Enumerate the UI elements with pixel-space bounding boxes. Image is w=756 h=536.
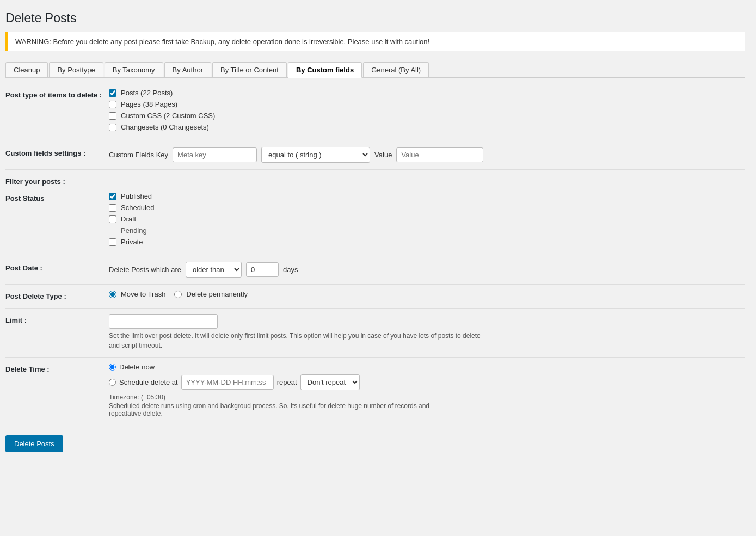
post-type-label: Post type of items to delete : — [5, 89, 109, 99]
post-date-row: Delete Posts which are older than newer … — [109, 262, 745, 278]
days-input[interactable] — [246, 262, 279, 277]
scheduled-hint: Scheduled delete runs using cron and bac… — [109, 402, 463, 417]
tab-by-author[interactable]: By Author — [164, 62, 211, 77]
checkbox-row-changesets: Changesets (0 Changesets) — [109, 123, 745, 131]
custom-fields-key-label: Custom Fields Key — [109, 151, 168, 159]
post-delete-type-section: Post Delete Type : Move to Trash Delete … — [5, 290, 745, 301]
pending-row: Pending — [109, 226, 745, 235]
label-private: Private — [121, 238, 143, 246]
post-delete-type-content: Move to Trash Delete permanently — [109, 290, 745, 301]
schedule-datetime-input[interactable] — [181, 375, 274, 390]
warning-box: WARNING: Before you delete any post plea… — [5, 32, 745, 51]
post-date-content: Delete Posts which are older than newer … — [109, 262, 745, 278]
label-changesets: Changesets (0 Changesets) — [121, 123, 209, 131]
delete-posts-button[interactable]: Delete Posts — [5, 435, 63, 452]
warning-text: WARNING: Before you delete any post plea… — [15, 38, 429, 46]
tab-by-custom-fields[interactable]: By Custom fields — [288, 62, 362, 78]
checkbox-row-posts: Posts (22 Posts) — [109, 89, 745, 97]
checkbox-row-private: Private — [109, 238, 745, 246]
limit-section: Limit : Set the limit over post delete. … — [5, 314, 745, 350]
limit-content: Set the limit over post delete. It will … — [109, 314, 745, 350]
tab-cleanup[interactable]: Cleanup — [5, 62, 48, 77]
delete-time-section: Delete Time : Delete now Schedule delete… — [5, 363, 745, 417]
schedule-delete-row: Schedule delete at repeat Don't repeat D… — [109, 374, 745, 390]
timezone-text: Timezone: (+05:30) — [109, 393, 745, 401]
page-title: Delete Posts — [5, 11, 745, 26]
tabs-container: Cleanup By Posttype By Taxonomy By Autho… — [5, 62, 745, 78]
repeat-select[interactable]: Don't repeat Daily Weekly Monthly — [300, 374, 360, 390]
post-status-section: Post Status Published Scheduled Draft Pe… — [5, 192, 745, 249]
label-posts: Posts (22 Posts) — [121, 89, 173, 97]
limit-input[interactable] — [109, 314, 218, 329]
label-schedule-delete: Schedule delete at — [119, 378, 178, 386]
value-label: Value — [374, 151, 392, 159]
checkbox-scheduled[interactable] — [109, 204, 116, 212]
post-status-label: Post Status — [5, 192, 109, 202]
custom-fields-content: Custom Fields Key equal to ( string ) no… — [109, 147, 745, 163]
days-suffix: days — [283, 266, 298, 274]
checkbox-row-custom-css: Custom CSS (2 Custom CSS) — [109, 112, 745, 120]
checkbox-row-scheduled: Scheduled — [109, 204, 745, 212]
repeat-label: repeat — [277, 378, 297, 386]
limit-label: Limit : — [5, 314, 109, 324]
checkbox-row-published: Published — [109, 192, 745, 200]
label-pages: Pages (38 Pages) — [121, 100, 177, 108]
label-custom-css: Custom CSS (2 Custom CSS) — [121, 112, 215, 120]
label-pending: Pending — [121, 226, 147, 235]
custom-fields-section: Custom fields settings : Custom Fields K… — [5, 147, 745, 163]
checkbox-private[interactable] — [109, 238, 116, 246]
checkbox-changesets[interactable] — [109, 124, 116, 131]
label-move-to-trash: Move to Trash — [121, 290, 165, 298]
post-date-prefix: Delete Posts which are — [109, 266, 181, 274]
label-scheduled: Scheduled — [121, 204, 154, 212]
radio-row-delete-permanently: Delete permanently — [174, 290, 248, 298]
checkbox-custom-css[interactable] — [109, 112, 116, 120]
radio-move-to-trash[interactable] — [109, 291, 116, 298]
checkbox-posts[interactable] — [109, 89, 116, 97]
checkbox-pages[interactable] — [109, 101, 116, 108]
tab-by-posttype[interactable]: By Posttype — [49, 62, 103, 77]
radio-delete-now[interactable] — [109, 364, 116, 371]
checkbox-row-pages: Pages (38 Pages) — [109, 100, 745, 108]
filter-section: Filter your posts : — [5, 175, 745, 186]
meta-key-input[interactable] — [173, 147, 257, 162]
delete-type-radio-group: Move to Trash Delete permanently — [109, 290, 745, 301]
checkbox-published[interactable] — [109, 193, 116, 200]
delete-now-row: Delete now — [109, 363, 745, 371]
checkbox-row-draft: Draft — [109, 215, 745, 223]
delete-time-content: Delete now Schedule delete at repeat Don… — [109, 363, 745, 417]
post-type-content: Posts (22 Posts) Pages (38 Pages) Custom… — [109, 89, 745, 134]
radio-schedule-delete[interactable] — [109, 379, 116, 386]
post-delete-type-label: Post Delete Type : — [5, 290, 109, 300]
custom-fields-row: Custom Fields Key equal to ( string ) no… — [109, 147, 745, 163]
post-date-condition-select[interactable]: older than newer than — [186, 262, 242, 278]
tab-by-title-content[interactable]: By Title or Content — [212, 62, 287, 77]
post-date-label: Post Date : — [5, 262, 109, 272]
label-delete-permanently: Delete permanently — [186, 290, 248, 298]
value-input[interactable] — [396, 147, 483, 162]
checkbox-draft[interactable] — [109, 215, 116, 223]
label-delete-now: Delete now — [119, 363, 155, 371]
post-status-content: Published Scheduled Draft Pending Privat… — [109, 192, 745, 249]
post-type-section: Post type of items to delete : Posts (22… — [5, 89, 745, 134]
post-date-section: Post Date : Delete Posts which are older… — [5, 262, 745, 278]
custom-fields-label: Custom fields settings : — [5, 147, 109, 157]
tab-general-by-all[interactable]: General (By All) — [363, 62, 429, 77]
delete-time-label: Delete Time : — [5, 363, 109, 373]
radio-delete-permanently[interactable] — [174, 291, 182, 298]
label-published: Published — [121, 192, 152, 200]
label-draft: Draft — [121, 215, 136, 223]
limit-hint: Set the limit over post delete. It will … — [109, 331, 490, 350]
condition-select[interactable]: equal to ( string ) not equal to ( strin… — [261, 147, 370, 163]
filter-label: Filter your posts : — [5, 175, 109, 186]
tab-by-taxonomy[interactable]: By Taxonomy — [105, 62, 163, 77]
radio-row-move-to-trash: Move to Trash — [109, 290, 165, 298]
